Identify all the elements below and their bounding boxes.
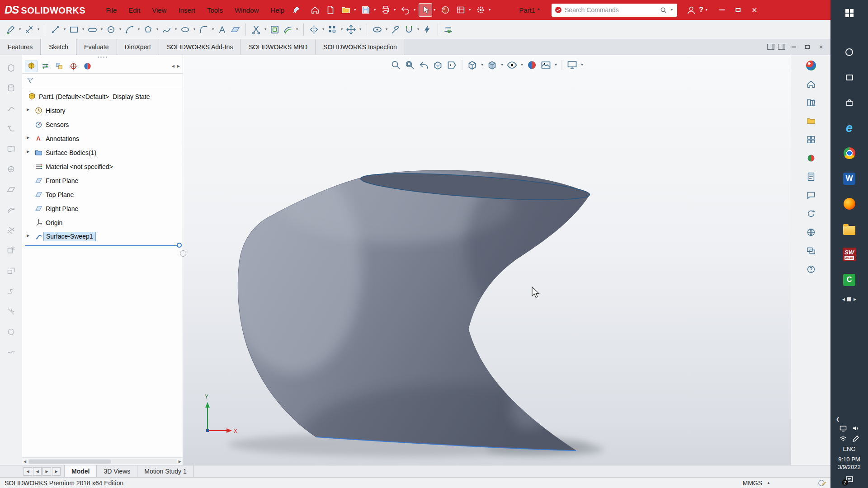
taskbar-scroll-right[interactable]: ▶ [854,297,856,301]
ruled-surface-icon[interactable] [5,223,17,237]
display-tray-icon[interactable] [840,425,847,432]
hide-show-caret[interactable]: ▾ [520,63,524,67]
table-dropdown-caret[interactable]: ▾ [467,8,472,12]
view-settings-button[interactable] [566,58,579,72]
arc-dropdown-caret[interactable]: ▾ [137,27,141,32]
tab-3d-views[interactable]: 3D Views [97,465,137,477]
dimension-dropdown-caret[interactable]: ▾ [36,27,41,32]
screens-icon[interactable] [805,244,817,258]
edit-indicator-icon[interactable] [818,479,826,487]
solidworks-2018-icon[interactable]: SW2018 [840,247,859,262]
open-dropdown-caret[interactable]: ▾ [353,8,357,12]
cortana-search-button[interactable] [840,44,859,60]
select-dropdown-caret[interactable]: ▾ [432,8,437,12]
planar-surface-icon[interactable] [5,183,17,196]
polygon-tool-button[interactable] [142,23,154,36]
mirror-dropdown-caret[interactable]: ▾ [321,27,326,32]
swept-surface-icon[interactable] [5,101,17,115]
restore-button[interactable] [731,4,745,16]
display-style-button[interactable] [486,58,499,72]
dynamic-annotation-button[interactable] [446,58,458,72]
search-scope-caret[interactable]: ▾ [670,8,674,12]
chrome-icon[interactable] [840,145,859,161]
arc-tool-button[interactable] [123,23,136,36]
file-explorer-icon[interactable] [805,114,817,128]
expand-arrow-icon[interactable]: ▶ [27,234,29,238]
expand-arrow-icon[interactable]: ▶ [27,150,29,154]
offset-entities-button[interactable] [282,23,294,36]
rectangle-dropdown-caret[interactable]: ▾ [81,27,85,32]
menu-tools[interactable]: Tools [202,5,228,16]
smart-dimension-button[interactable] [23,23,35,36]
units-caret[interactable]: ▲ [767,481,770,485]
tree-item-material[interactable]: Material <not specified> [22,160,183,174]
word-icon[interactable]: W [840,171,859,186]
lofted-surface-icon[interactable] [5,122,17,135]
propertymanager-tab[interactable] [39,61,52,72]
menu-help[interactable]: Help [265,5,289,16]
revolved-surface-icon[interactable] [5,81,17,94]
displaymanager-tab[interactable] [81,61,94,72]
appearances-scenes-icon[interactable] [805,151,817,165]
previous-view-button[interactable] [418,58,430,72]
minimize-button[interactable] [715,4,729,16]
design-library-icon[interactable] [805,96,817,109]
tab-evaluate[interactable]: Evaluate [76,39,117,55]
tab-features[interactable]: Features [0,39,41,55]
home-icon[interactable] [805,77,817,91]
rollback-bar[interactable] [25,245,180,251]
offset-dropdown-caret[interactable]: ▾ [295,27,299,32]
taskbar-scroll-thumb[interactable] [847,297,851,301]
offset-surface-icon[interactable] [5,203,17,216]
snaps-dropdown-caret[interactable]: ▾ [416,27,420,32]
tree-item-sensors[interactable]: Sensors [22,117,183,131]
panel-drag-grip[interactable] [22,55,183,59]
pane-left-icon[interactable] [767,44,774,50]
display-relations-button[interactable] [371,23,383,36]
featuremanager-tree-tab[interactable] [25,61,38,72]
panel-tabs-right-arrow[interactable]: ▶ [177,64,180,68]
save-group[interactable]: ▾ [359,3,377,17]
tree-item-origin[interactable]: Origin [22,216,183,230]
trim-dropdown-caret[interactable]: ▾ [263,27,268,32]
repair-sketch-button[interactable] [390,23,402,36]
taskbar-scroll-left[interactable]: ◀ [842,297,845,301]
search-commands-box[interactable]: ▾ [552,4,677,17]
select-cursor-button[interactable] [419,3,432,17]
action-center-button[interactable]: 2 [845,475,854,484]
help-resources-icon[interactable] [805,263,817,276]
pane-right-icon[interactable] [778,44,785,50]
view-orientation-caret[interactable]: ▾ [480,63,485,67]
tree-item-front-plane[interactable]: Front Plane [22,174,183,188]
options-gear-button[interactable] [474,3,487,17]
dimxpertmanager-tab[interactable] [67,61,80,72]
panel-horizontal-scrollbar[interactable]: ◀ ▶ [22,457,183,465]
menu-window[interactable]: Window [230,5,264,16]
tree-item-history[interactable]: ▶ History [22,103,183,117]
open-document-button[interactable] [339,3,353,17]
home-button[interactable] [308,3,322,17]
pen-tray-icon[interactable] [852,435,859,442]
tab-model[interactable]: Model [64,465,97,477]
expand-arrow-icon[interactable]: ▶ [27,108,29,112]
ellipse-tool-button[interactable] [179,23,191,36]
sc rollbar-thumb[interactable] [29,460,111,464]
move-entities-button[interactable] [345,23,357,36]
knit-surface-icon[interactable] [5,345,17,359]
hide-show-items-button[interactable] [506,58,519,72]
tab-solidworks-mbd[interactable]: SOLIDWORKS MBD [241,39,316,55]
tree-item-part1[interactable]: Part1 (Default<<Default>_Display State [22,89,183,103]
help-dropdown-caret[interactable]: ▾ [704,8,709,12]
first-tab-button[interactable]: ◀ [24,467,32,476]
language-indicator[interactable]: ENG [843,446,855,452]
expand-arrow-icon[interactable]: ▶ [27,136,29,140]
tab-dimxpert[interactable]: DimXpert [117,39,159,55]
zoom-to-fit-button[interactable] [390,58,402,72]
edge-icon[interactable]: e [840,120,859,136]
show-hidden-icons-chevron[interactable]: ❮ [830,417,840,422]
close-button[interactable]: × [748,4,761,16]
edit-appearance-button[interactable] [526,58,538,72]
quick-snaps-button[interactable] [403,23,415,36]
instant2d-button[interactable] [442,23,454,36]
firefox-icon[interactable] [840,196,859,211]
